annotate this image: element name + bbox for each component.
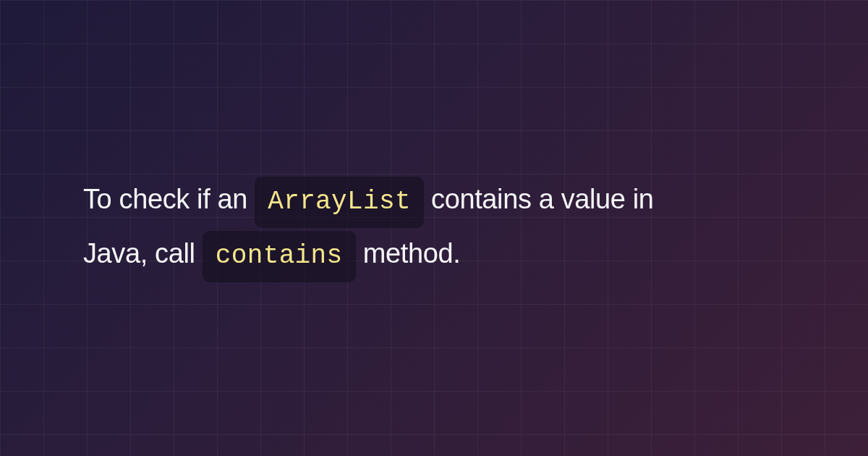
text-segment-1: To check if an	[83, 184, 255, 214]
code-contains: contains	[203, 231, 356, 282]
code-arraylist: ArrayList	[255, 177, 424, 228]
content-container: To check if an ArrayList contains a valu…	[0, 174, 796, 282]
text-segment-3: method.	[356, 238, 461, 269]
document-card: To check if an ArrayList contains a valu…	[0, 0, 868, 456]
description-text: To check if an ArrayList contains a valu…	[83, 174, 712, 282]
